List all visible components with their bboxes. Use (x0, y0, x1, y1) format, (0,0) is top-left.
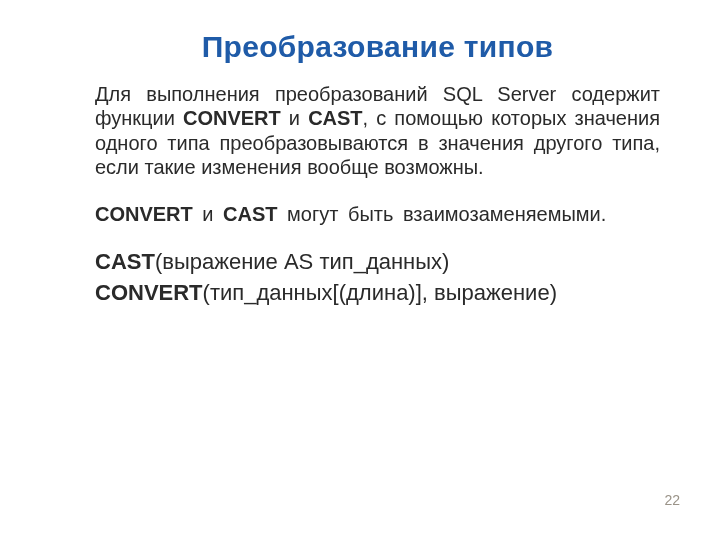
p1-cast: CAST (308, 107, 362, 129)
syntax-convert: CONVERT(тип_данных[(длина)], выражение) (95, 279, 660, 307)
p1-text-2: и (281, 107, 308, 129)
syntax-convert-args: (тип_данных[(длина)], выражение) (203, 280, 557, 305)
p2-text-2: могут быть взаимозаменяемыми. (278, 203, 607, 225)
syntax-cast: CAST(выражение AS тип_данных) (95, 248, 660, 276)
slide-content: Преобразование типов Для выполнения прео… (0, 0, 720, 341)
paragraph-1: Для выполнения преобразований SQL Server… (95, 82, 660, 180)
p2-cast: CAST (223, 203, 277, 225)
slide-title: Преобразование типов (95, 30, 660, 64)
syntax-cast-args: (выражение AS тип_данных) (155, 249, 450, 274)
p2-convert: CONVERT (95, 203, 193, 225)
paragraph-2: CONVERT и CAST могут быть взаимозаменяем… (95, 202, 660, 226)
syntax-convert-keyword: CONVERT (95, 280, 203, 305)
p1-convert: CONVERT (183, 107, 281, 129)
syntax-cast-keyword: CAST (95, 249, 155, 274)
page-number: 22 (664, 492, 680, 508)
p2-text-1: и (193, 203, 223, 225)
